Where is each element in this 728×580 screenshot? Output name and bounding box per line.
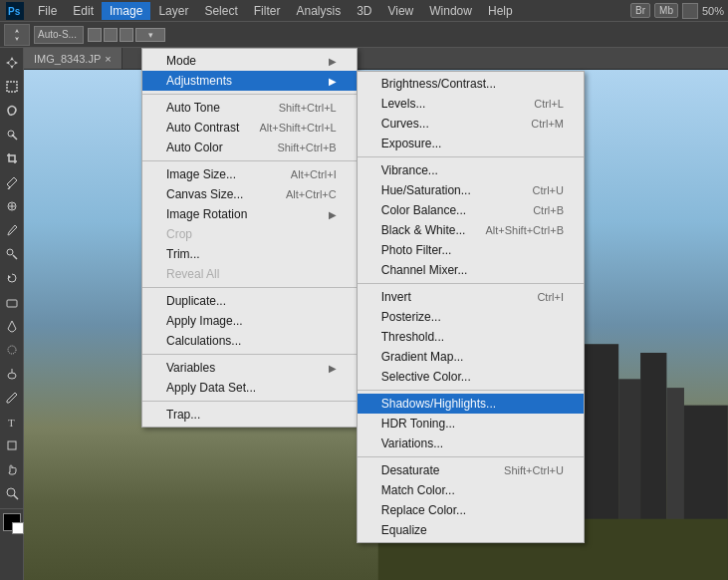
adj-selective-color[interactable]: Selective Color... xyxy=(358,367,584,387)
blur-tool[interactable] xyxy=(1,339,23,361)
adj-levels[interactable]: Levels... Ctrl+L xyxy=(358,94,584,114)
adj-hdr-toning-label: HDR Toning... xyxy=(381,417,455,431)
menu-image-size[interactable]: Image Size... Alt+Ctrl+I xyxy=(142,164,357,184)
adj-black-white[interactable]: Black & White... Alt+Shift+Ctrl+B xyxy=(358,220,584,240)
move-tool-option[interactable] xyxy=(4,24,30,46)
healing-tool[interactable] xyxy=(1,195,23,217)
image-size-label: Image Size... xyxy=(166,167,236,181)
adj-replace-color[interactable]: Replace Color... xyxy=(358,500,584,520)
adj-shadows-highlights[interactable]: Shadows/Highlights... xyxy=(358,394,584,414)
menu-help[interactable]: Help xyxy=(480,2,521,20)
menu-filter[interactable]: Filter xyxy=(246,2,289,20)
adj-equalize[interactable]: Equalize xyxy=(358,520,584,540)
dodge-tool[interactable] xyxy=(1,363,23,385)
adj-channel-mixer[interactable]: Channel Mixer... xyxy=(358,260,584,280)
content-area: IMG_8343.JP × xyxy=(24,48,728,580)
move-tool[interactable] xyxy=(1,52,23,74)
adj-gradient-map[interactable]: Gradient Map... xyxy=(358,347,584,367)
eyedropper-tool[interactable] xyxy=(1,171,23,193)
adj-color-balance[interactable]: Color Balance... Ctrl+B xyxy=(358,200,584,220)
adj-exposure[interactable]: Exposure... xyxy=(358,134,584,153)
brush-tool[interactable] xyxy=(1,219,23,241)
adj-curves[interactable]: Curves... Ctrl+M xyxy=(358,114,584,134)
svg-line-8 xyxy=(8,187,10,189)
zoom-tool[interactable] xyxy=(1,482,23,504)
menu-view[interactable]: View xyxy=(379,2,421,20)
crop-tool[interactable] xyxy=(1,147,23,169)
adj-invert[interactable]: Invert Ctrl+I xyxy=(358,287,584,307)
menu-edit[interactable]: Edit xyxy=(65,2,102,20)
menu-apply-data-set[interactable]: Apply Data Set... xyxy=(142,378,357,398)
img-sep4 xyxy=(142,354,357,355)
canvas-size-label: Canvas Size... xyxy=(166,187,243,201)
menu-image-rotation[interactable]: Image Rotation ▶ xyxy=(142,204,357,224)
foreground-color[interactable] xyxy=(3,513,21,531)
adj-replace-color-label: Replace Color... xyxy=(381,503,466,517)
magic-wand-tool[interactable] xyxy=(1,124,23,145)
adj-color-balance-label: Color Balance... xyxy=(381,203,466,217)
svg-point-12 xyxy=(7,249,13,255)
shape-tool[interactable] xyxy=(1,435,23,456)
toolbar-option-3 xyxy=(120,28,133,42)
menu-file[interactable]: File xyxy=(30,2,65,20)
menu-calculations[interactable]: Calculations... xyxy=(142,331,357,351)
menu-3d[interactable]: 3D xyxy=(349,2,379,20)
adj-shadows-highlights-label: Shadows/Highlights... xyxy=(381,397,496,411)
type-tool[interactable]: T xyxy=(1,411,23,433)
background-color[interactable] xyxy=(12,522,24,534)
menu-mode[interactable]: Mode ▶ xyxy=(142,51,357,71)
menu-auto-contrast[interactable]: Auto Contrast Alt+Shift+Ctrl+L xyxy=(142,118,357,138)
adj-variations[interactable]: Variations... xyxy=(358,434,584,453)
mb-badge: Mb xyxy=(654,3,678,18)
adj-brightness-contrast[interactable]: Brightness/Contrast... xyxy=(358,74,584,94)
adj-match-color[interactable]: Match Color... xyxy=(358,480,584,500)
adj-match-color-label: Match Color... xyxy=(381,483,455,497)
menu-crop: Crop xyxy=(142,224,357,244)
adj-selective-color-label: Selective Color... xyxy=(381,370,471,384)
menu-auto-tone[interactable]: Auto Tone Shift+Ctrl+L xyxy=(142,98,357,118)
hand-tool[interactable] xyxy=(1,458,23,480)
clone-stamp-tool[interactable] xyxy=(1,243,23,265)
menu-trap[interactable]: Trap... xyxy=(142,405,357,425)
menu-duplicate[interactable]: Duplicate... xyxy=(142,291,357,311)
adj-posterize[interactable]: Posterize... xyxy=(358,307,584,327)
menu-trim[interactable]: Trim... xyxy=(142,244,357,264)
menu-layer[interactable]: Layer xyxy=(150,2,196,20)
adj-desaturate[interactable]: Desaturate Shift+Ctrl+U xyxy=(358,460,584,480)
menu-mode-label: Mode xyxy=(166,54,196,68)
menu-window[interactable]: Window xyxy=(421,2,480,20)
adj-levels-shortcut: Ctrl+L xyxy=(534,98,564,110)
adj-vibrance[interactable]: Vibrance... xyxy=(358,160,584,180)
img-sep5 xyxy=(142,401,357,402)
svg-line-21 xyxy=(14,495,18,499)
svg-text:T: T xyxy=(8,417,15,429)
menu-analysis[interactable]: Analysis xyxy=(288,2,349,20)
toolbar: Auto-S... ▾ xyxy=(0,22,728,48)
menu-variables[interactable]: Variables ▶ xyxy=(142,358,357,378)
menu-adjustments[interactable]: Adjustments ▶ xyxy=(142,71,357,91)
adj-photo-filter[interactable]: Photo Filter... xyxy=(358,240,584,260)
tab-filename: IMG_8343.JP xyxy=(34,53,101,65)
adj-threshold[interactable]: Threshold... xyxy=(358,327,584,347)
menu-auto-color[interactable]: Auto Color Shift+Ctrl+B xyxy=(142,138,357,157)
menu-select[interactable]: Select xyxy=(196,2,245,20)
adj-vibrance-label: Vibrance... xyxy=(381,163,438,177)
apply-data-set-label: Apply Data Set... xyxy=(166,381,256,395)
adj-hue-saturation[interactable]: Hue/Saturation... Ctrl+U xyxy=(358,180,584,200)
tab-close[interactable]: × xyxy=(105,53,111,65)
history-brush-tool[interactable] xyxy=(1,267,23,289)
image-tab[interactable]: IMG_8343.JP × xyxy=(24,48,122,69)
marquee-tool[interactable] xyxy=(1,76,23,98)
paint-bucket-tool[interactable] xyxy=(1,315,23,337)
menu-image[interactable]: Image xyxy=(102,2,150,20)
adj-hdr-toning[interactable]: HDR Toning... xyxy=(358,414,584,434)
tool-separator xyxy=(0,508,23,509)
menu-canvas-size[interactable]: Canvas Size... Alt+Ctrl+C xyxy=(142,184,357,204)
autosave-indicator: Auto-S... xyxy=(34,26,84,44)
eraser-tool[interactable] xyxy=(1,291,23,313)
main-area: T IMG_8343.JP × xyxy=(0,48,728,580)
lasso-tool[interactable] xyxy=(1,100,23,122)
pen-tool[interactable] xyxy=(1,387,23,409)
variables-arrow: ▶ xyxy=(329,363,337,374)
menu-apply-image[interactable]: Apply Image... xyxy=(142,311,357,331)
